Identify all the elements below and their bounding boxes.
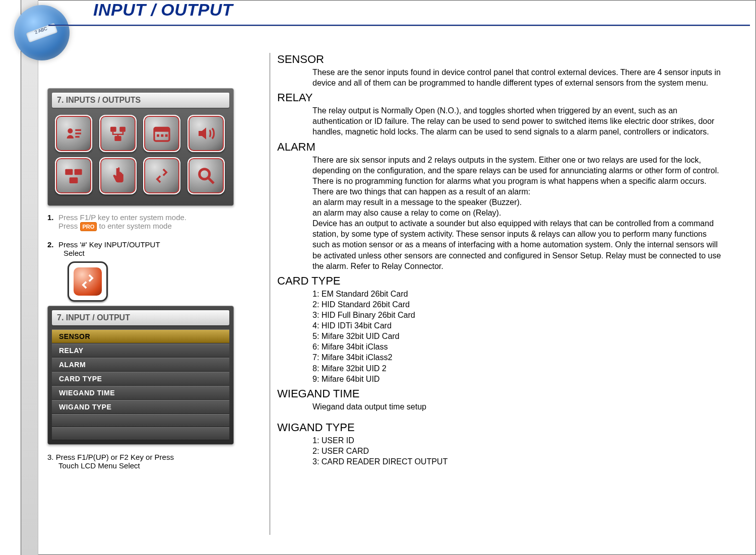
id-card-icon[interactable] (55, 115, 92, 152)
search-icon[interactable] (187, 157, 225, 194)
svg-rect-11 (165, 134, 168, 137)
svg-rect-6 (114, 136, 121, 141)
section-wigandtype-body: 1: USER ID 2: USER CARD 3: CARD READER D… (277, 435, 726, 467)
brand-logo: IDTi (0, 503, 3, 530)
calendar-icon[interactable] (143, 115, 180, 152)
section-sensor-title: SENSOR (277, 53, 741, 66)
section-cardtype: CARD TYPE 1: EM Standard 26bit Card 2: H… (277, 274, 741, 384)
step-1b-prefix: Press (58, 222, 78, 230)
cardtype-item: 9: Mifare 64bit UID (312, 374, 726, 384)
svg-rect-8 (154, 127, 169, 131)
svg-rect-13 (75, 169, 82, 175)
section-alarm-title: ALARM (277, 141, 741, 154)
section-alarm: ALARM There are six sensor inputs and 2 … (277, 141, 741, 271)
svg-rect-4 (110, 127, 116, 132)
cardtype-item: 8: Mifare 32bit UID 2 (312, 363, 726, 374)
right-column: SENSOR These are the senor inputs found … (277, 53, 741, 470)
wigandtype-item: 2: USER CARD (312, 446, 726, 456)
section-cardtype-body: 1: EM Standard 26bit Card 2: HID Standar… (277, 289, 726, 384)
svg-rect-3 (75, 136, 79, 137)
pro-badge: PRO (80, 222, 97, 231)
cardtype-item: 4: HID IDTi 34bit Card (312, 320, 726, 331)
cardtype-item: 3: HID Full Binary 26bit Card (312, 310, 726, 320)
svg-rect-9 (157, 134, 159, 137)
device-screenshot-1: 7. INPUTS / OUTPUTS (47, 88, 234, 206)
cardtype-item: 7: Mifare 34bit iClass2 (312, 352, 726, 363)
menu-item-sensor[interactable]: SENSOR (52, 329, 229, 343)
title-rule (48, 25, 750, 26)
menu-item-empty (52, 427, 229, 440)
svg-rect-12 (65, 169, 73, 175)
cardtype-item: 1: EM Standard 26bit Card (312, 289, 726, 299)
svg-rect-14 (70, 177, 78, 183)
cardtype-item: 5: Mifare 32bit UID Card (312, 331, 726, 341)
section-alarm-body: There are six sensor inputs and 2 relays… (277, 155, 726, 271)
menu-item-relay[interactable]: RELAY (52, 343, 229, 358)
device-screenshot-2: 7. INPUT / OUTPUT SENSOR RELAY ALARM CAR… (47, 306, 234, 445)
wigandtype-item: 1: USER ID (312, 435, 726, 446)
step-1a-text: Press F1/P key to enter system mode. (58, 213, 186, 222)
section-sensor: SENSOR These are the senor inputs found … (277, 53, 741, 88)
svg-point-0 (68, 128, 73, 133)
touch-icon[interactable] (99, 157, 137, 194)
svg-rect-5 (119, 127, 125, 132)
swap-icon[interactable] (143, 157, 180, 194)
swap-big-icon (68, 261, 108, 302)
section-relay: RELAY The relay output is Normally Open … (277, 91, 741, 137)
section-wiegandtime-body: Wiegand data output time setup (277, 401, 726, 412)
section-sensor-body: These are the senor inputs found in devi… (277, 67, 726, 88)
left-column: 7. INPUTS / OUTPUTS 1.Press F1/P key to … (47, 88, 239, 470)
menu-item-cardtype[interactable]: CARD TYPE (52, 372, 229, 386)
section-wigandtype: WIGAND TYPE 1: USER ID 2: USER CARD 3: C… (277, 421, 741, 467)
svg-rect-10 (161, 134, 163, 137)
device1-title: 7. INPUTS / OUTPUTS (52, 93, 229, 108)
step-2b-text: Select (64, 249, 85, 257)
cardtype-item: 2: HID Standard 26bit Card (312, 299, 726, 310)
corner-logo: 2 ABC (14, 5, 70, 60)
computers-icon[interactable] (55, 157, 92, 194)
section-cardtype-title: CARD TYPE (277, 274, 741, 288)
step-2-text: Press '#' Key INPUT/OUTPUT (58, 240, 160, 249)
svg-rect-2 (75, 132, 81, 134)
cardtype-item: 6: Mifare 34bit iClass (312, 341, 726, 352)
speaker-icon[interactable] (187, 115, 225, 152)
step-1b-suffix: to enter system mode (99, 222, 172, 230)
svg-rect-1 (75, 129, 81, 131)
section-wiegandtime: WIEGAND TIME Wiegand data output time se… (277, 387, 741, 412)
section-relay-body: The relay output is Normally Open (N.O.)… (277, 105, 726, 137)
section-wiegandtime-title: WIEGAND TIME (277, 387, 741, 400)
section-relay-title: RELAY (277, 91, 741, 104)
svg-point-15 (199, 169, 209, 179)
menu-item-alarm[interactable]: ALARM (52, 358, 229, 372)
page-title: INPUT / OUTPUT (93, 0, 233, 20)
menu-item-wigandtype[interactable]: WIGAND TYPE (52, 400, 229, 414)
side-stripe (21, 0, 38, 555)
step-list: 1.Press F1/P key to enter system mode. P… (47, 213, 239, 470)
step-1: 1.Press F1/P key to enter system mode. P… (47, 213, 239, 231)
menu-item-empty (52, 414, 229, 427)
step-3-text: 3. Press F1/P(UP) or F2 Key or Press (47, 453, 174, 461)
column-divider (270, 53, 270, 535)
section-wigandtype-title: WIGAND TYPE (277, 421, 741, 434)
step-2: 2.Press '#' Key INPUT/OUTPUT Select (47, 240, 239, 257)
step-3: 3. Press F1/P(UP) or F2 Key or Press Tou… (47, 453, 239, 470)
wigandtype-item: 3: CARD READER DIRECT OUTPUT (312, 456, 726, 467)
step-3b-text: Touch LCD Menu Select (58, 461, 140, 470)
device2-title: 7. INPUT / OUTPUT (52, 310, 229, 325)
network-icon[interactable] (99, 115, 137, 152)
menu-item-wiegandtime[interactable]: WIEGAND TIME (52, 386, 229, 400)
